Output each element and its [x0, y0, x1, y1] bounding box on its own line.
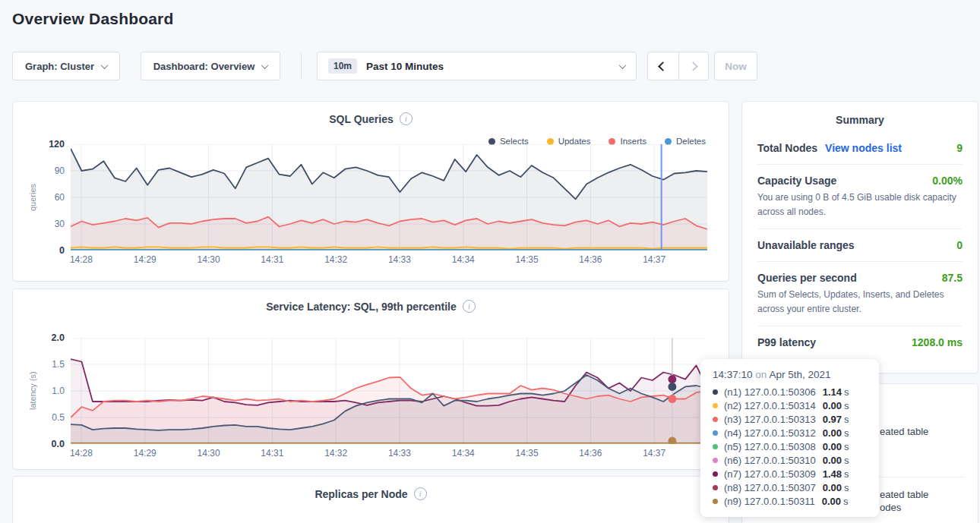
sql-queries-chart[interactable] — [71, 144, 707, 250]
event-text-fragment: eated table — [880, 489, 928, 500]
event-text-fragment: odes — [880, 502, 901, 513]
capacity-usage-desc: You are using 0 B of 4.5 GiB usable disk… — [757, 191, 963, 219]
unavailable-ranges-label: Unavailable ranges — [757, 239, 855, 251]
queries-per-second-value: 87.5 — [942, 272, 963, 284]
total-nodes-value: 9 — [956, 142, 963, 154]
node-address: (n4) 127.0.0.1:50312 — [724, 427, 816, 439]
node-latency-value: 0.00 — [822, 496, 841, 507]
chevron-down-icon — [619, 61, 627, 69]
info-icon[interactable]: i — [400, 112, 413, 125]
x-tick-label: 14:31 — [261, 448, 283, 458]
dashboard-dropdown[interactable]: Dashboard: Overview — [141, 52, 280, 80]
latency-unit: s — [844, 482, 849, 493]
node-address: (n3) 127.0.0.1:50313 — [724, 414, 816, 425]
tooltip-row: (n3) 127.0.0.1:503130.97s — [713, 412, 867, 426]
graph-dropdown-label: Graph: Cluster — [25, 61, 94, 72]
p99-latency-value: 1208.0 ms — [912, 336, 963, 348]
y-tick-label: 120 — [49, 139, 65, 150]
x-tick-label: 14:36 — [579, 448, 602, 458]
chevron-right-icon — [688, 61, 698, 71]
info-icon[interactable]: i — [463, 300, 476, 313]
x-tick-label: 14:29 — [134, 254, 156, 265]
service-latency-panel: Service Latency: SQL, 99th percentile i … — [12, 288, 729, 470]
y-tick-label: 60 — [55, 192, 65, 203]
tooltip-row: (n1) 127.0.0.1:503061.14s — [713, 385, 867, 399]
sql-queries-panel: SQL Queries i SelectsUpdatesInsertsDelet… — [12, 101, 729, 282]
latency-unit: s — [844, 414, 849, 425]
y-axis-ticks: 0306090120 — [39, 144, 65, 250]
summary-title: Summary — [742, 102, 978, 132]
node-color-dot — [713, 485, 718, 490]
x-tick-label: 14:30 — [198, 448, 220, 458]
latency-unit: s — [844, 386, 849, 398]
replicas-per-node-panel: Replicas per Node i — [12, 476, 729, 523]
x-tick-label: 14:29 — [134, 448, 156, 458]
summary-row-total-nodes: Total Nodes View nodes list 9 — [757, 132, 963, 165]
y-tick-label: 0 — [59, 245, 65, 256]
x-tick-label: 14:32 — [324, 448, 347, 458]
x-tick-label: 14:28 — [70, 254, 93, 265]
time-range-dropdown[interactable]: 10m Past 10 Minutes — [317, 52, 637, 80]
latency-unit: s — [844, 400, 849, 411]
y-tick-label: 30 — [55, 219, 65, 229]
tooltip-timestamp: 14:37:10 on Apr 5th, 2021 — [713, 369, 867, 380]
node-latency-value: 0.97 — [823, 414, 842, 425]
y-tick-label: 2.0 — [52, 332, 65, 343]
y-tick-label: 1.5 — [52, 359, 65, 370]
graph-dropdown[interactable]: Graph: Cluster — [12, 52, 120, 80]
tooltip-row: (n6) 127.0.0.1:503100.00s — [713, 453, 867, 467]
node-address: (n2) 127.0.0.1:50314 — [724, 400, 816, 411]
node-color-dot — [713, 430, 718, 436]
y-tick-label: 1.0 — [52, 386, 65, 396]
queries-per-second-desc: Sum of Selects, Updates, Inserts, and De… — [757, 288, 963, 316]
x-tick-label: 14:33 — [388, 254, 411, 265]
tooltip-rows: (n1) 127.0.0.1:503061.14s(n2) 127.0.0.1:… — [713, 385, 867, 508]
tooltip-row: (n2) 127.0.0.1:503140.00s — [713, 399, 867, 412]
view-nodes-list-link[interactable]: View nodes list — [825, 142, 902, 154]
event-text-fragment: eated table — [880, 426, 928, 437]
unavailable-ranges-value: 0 — [956, 239, 963, 251]
chevron-left-icon — [658, 61, 668, 71]
x-axis-ticks: 14:2814:2914:3014:3114:3214:3314:3414:35… — [71, 250, 707, 264]
y-tick-label: 0.5 — [52, 412, 65, 423]
x-tick-label: 14:36 — [579, 254, 602, 265]
y-axis-label: latency (s) — [27, 338, 39, 444]
node-address: (n9) 127.0.0.1:50311 — [724, 496, 815, 507]
time-next-button[interactable] — [678, 52, 709, 80]
dashboard-dropdown-label: Dashboard: Overview — [153, 61, 255, 72]
y-tick-label: 90 — [55, 165, 65, 176]
x-tick-label: 14:30 — [198, 254, 220, 265]
service-latency-chart[interactable] — [71, 338, 707, 444]
tooltip-row: (n8) 127.0.0.1:503070.00s — [713, 480, 867, 494]
now-button[interactable]: Now — [714, 52, 757, 80]
summary-row-p99: P99 latency 1208.0 ms — [757, 326, 963, 358]
page-title: Overview Dashboard — [12, 10, 174, 28]
chevron-down-icon — [261, 61, 269, 69]
summary-row-capacity: Capacity Usage 0.00% You are using 0 B o… — [757, 165, 963, 229]
node-address: (n1) 127.0.0.1:50306 — [724, 386, 816, 398]
time-prev-button[interactable] — [648, 52, 678, 80]
y-tick-label: 0.0 — [52, 439, 65, 449]
x-tick-label: 14:37 — [643, 448, 665, 458]
latency-unit: s — [844, 441, 849, 452]
tooltip-row: (n9) 127.0.0.1:503110.00s — [713, 494, 867, 508]
node-latency-value: 0.00 — [823, 427, 842, 439]
summary-row-unavailable-ranges: Unavailable ranges 0 — [757, 229, 963, 262]
x-tick-label: 14:32 — [324, 254, 347, 265]
x-tick-label: 14:34 — [452, 448, 475, 458]
latency-unit: s — [844, 427, 849, 439]
node-color-dot — [713, 444, 718, 449]
x-tick-label: 14:34 — [452, 254, 475, 265]
queries-per-second-label: Queries per second — [757, 272, 857, 284]
node-color-dot — [713, 471, 718, 477]
node-address: (n8) 127.0.0.1:50307 — [724, 482, 816, 493]
time-range-label: Past 10 Minutes — [366, 61, 444, 72]
node-address: (n7) 127.0.0.1:50309 — [724, 468, 816, 480]
node-color-dot — [713, 499, 718, 504]
info-icon[interactable]: i — [414, 487, 427, 500]
node-latency-value: 1.14 — [823, 386, 842, 398]
node-color-dot — [713, 389, 718, 395]
y-axis-label: queries — [27, 144, 39, 250]
time-step-buttons — [647, 52, 709, 80]
node-latency-value: 0.00 — [823, 441, 842, 452]
